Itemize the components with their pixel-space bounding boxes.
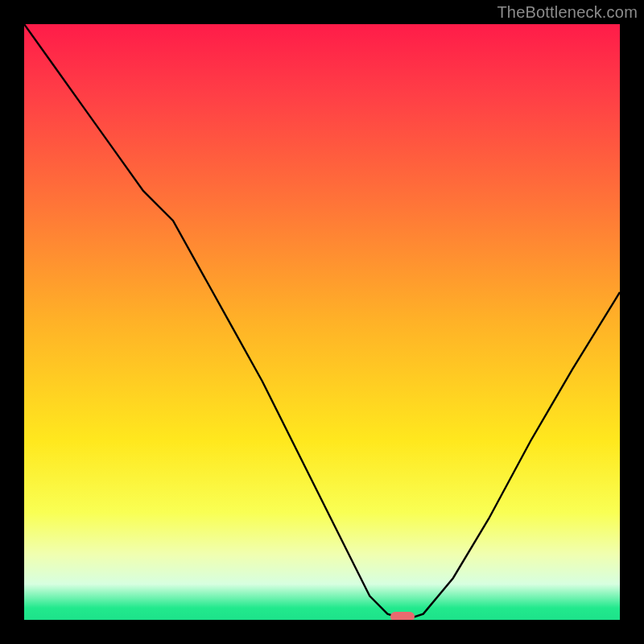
bottleneck-curve xyxy=(24,24,620,620)
minimum-marker xyxy=(390,612,415,620)
curve-path xyxy=(24,24,620,620)
plot-area xyxy=(24,24,620,620)
watermark-text: TheBottleneck.com xyxy=(497,3,638,22)
chart-frame: TheBottleneck.com xyxy=(0,0,644,644)
